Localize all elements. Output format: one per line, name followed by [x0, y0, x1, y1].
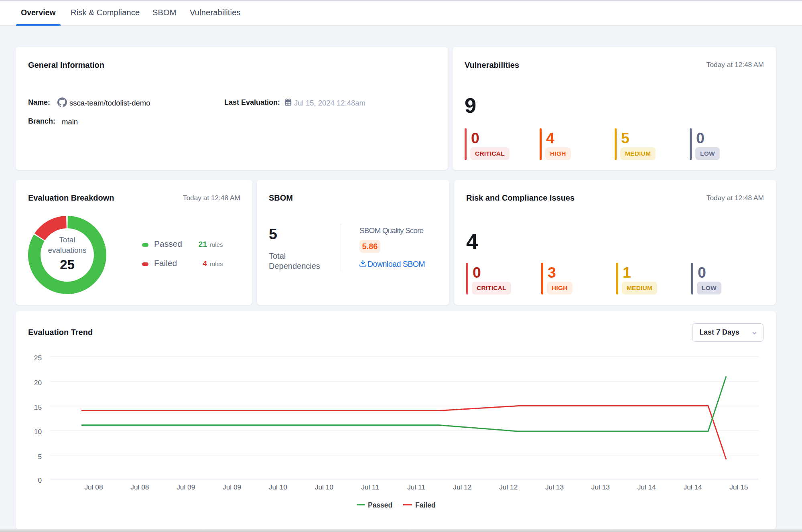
svg-text:Jul 12: Jul 12 [499, 483, 518, 491]
svg-text:20: 20 [34, 379, 42, 387]
svg-text:Jul 11: Jul 11 [407, 483, 425, 491]
svg-text:5: 5 [38, 453, 42, 461]
svg-text:Jul 09: Jul 09 [223, 483, 241, 491]
svg-text:25: 25 [34, 354, 42, 362]
svg-text:Jul 08: Jul 08 [130, 483, 149, 491]
svg-text:0: 0 [38, 476, 42, 484]
svg-text:Jul 12: Jul 12 [453, 483, 471, 491]
svg-text:Jul 13: Jul 13 [545, 483, 564, 491]
svg-text:Jul 14: Jul 14 [684, 483, 703, 491]
svg-text:15: 15 [34, 403, 42, 411]
svg-text:Jul 09: Jul 09 [177, 483, 195, 491]
svg-text:Failed: Failed [415, 501, 436, 509]
svg-text:Passed: Passed [368, 501, 392, 509]
svg-text:Jul 10: Jul 10 [315, 483, 333, 491]
svg-text:Jul 10: Jul 10 [269, 483, 287, 491]
svg-text:Jul 08: Jul 08 [84, 483, 103, 491]
svg-text:Jul 13: Jul 13 [591, 483, 610, 491]
svg-text:10: 10 [34, 428, 42, 436]
svg-text:Jul 14: Jul 14 [638, 483, 656, 491]
svg-text:Jul 15: Jul 15 [729, 483, 748, 491]
svg-text:Jul 11: Jul 11 [361, 483, 379, 491]
